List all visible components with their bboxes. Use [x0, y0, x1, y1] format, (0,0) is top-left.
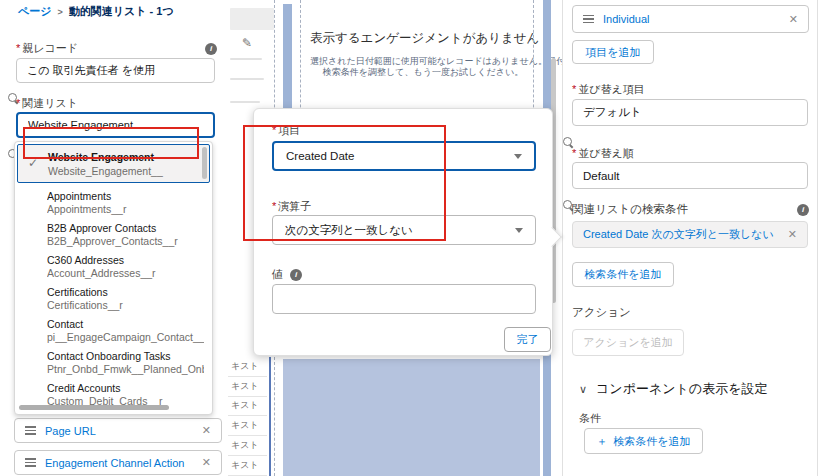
plus-icon: ＋ — [596, 434, 607, 449]
drag-handle-icon[interactable] — [25, 424, 36, 437]
value-input[interactable] — [272, 284, 536, 314]
filter-pill-label[interactable]: Created Date 次の文字列と一致しない — [583, 227, 780, 242]
dropdown-option[interactable]: CertificationsCertifications__r — [15, 286, 212, 312]
required-asterisk: * — [272, 200, 276, 212]
pinned-field-label[interactable]: Engagement Channel Action — [45, 457, 193, 469]
sort-order-field — [572, 162, 808, 189]
add-action-button[interactable]: アクションを追加 — [572, 329, 684, 356]
sort-field — [572, 99, 808, 126]
dropdown-scrollbar-horizontal[interactable] — [19, 405, 169, 410]
sort-order-input[interactable] — [572, 162, 808, 189]
canvas-skeleton-block — [230, 8, 274, 30]
value-label: 値 — [272, 267, 283, 282]
selected-component-highlight — [283, 359, 540, 476]
field-card-individual[interactable]: Individual ✕ — [572, 5, 809, 33]
operator-select[interactable]: 次の文字列と一致しない — [272, 215, 536, 245]
related-list-dropdown: ✓ Website Engagement Website_Engagement_… — [14, 141, 213, 415]
parent-record-label-row: *親レコード i — [16, 41, 217, 56]
info-icon[interactable]: i — [290, 269, 302, 281]
pinned-field-label[interactable]: Page URL — [45, 425, 193, 437]
dropdown-option[interactable]: Contact Onboarding TasksPtnr_Onbd_Fmwk__… — [15, 350, 212, 376]
filter-edit-popover: *項目 Created Date *演算子 次の文字列と一致しない 値 i 完了 — [253, 108, 553, 356]
dropdown-option[interactable]: Custom ActivitiesCustom_Activities__r — [15, 414, 212, 415]
value-label-row: 値 i — [272, 267, 302, 282]
right-settings-panel: Individual ✕ 項目を追加 *並び替え項目 *並び替え順 関連リストの… — [562, 0, 818, 476]
drag-handle-icon[interactable] — [583, 13, 594, 26]
canvas-skeleton-line — [230, 101, 260, 103]
close-icon[interactable]: ✕ — [789, 14, 798, 25]
drag-handle-icon[interactable] — [25, 456, 36, 469]
dropdown-option[interactable]: C360 AddressesAccount_Addresses__r — [15, 254, 212, 280]
dropdown-option[interactable]: B2B Approver ContactsB2B_Approver_Contac… — [15, 222, 212, 248]
required-asterisk: * — [16, 97, 20, 109]
breadcrumb-current: 動的関連リスト - 1つ — [69, 4, 174, 19]
dropdown-option[interactable]: Contactpi__EngageCampaign_Contact__r — [15, 318, 212, 344]
option-api-name: Website_Engagement__ — [48, 164, 163, 178]
required-asterisk: * — [572, 147, 576, 159]
field-row-label: キスト — [228, 397, 267, 417]
empty-state-text-line1: 選択された日付範囲に使用可能なレコードはありません。日付範囲 — [310, 56, 536, 67]
dropdown-option-selected[interactable]: ✓ Website Engagement Website_Engagement_… — [17, 144, 210, 183]
add-filter-button[interactable]: 検索条件を追加 — [572, 262, 674, 287]
edit-pencil-icon[interactable]: ✎ — [242, 36, 252, 50]
dropdown-scrollbar-vertical[interactable] — [202, 147, 207, 179]
required-asterisk: * — [16, 42, 20, 54]
related-list-field — [16, 112, 215, 138]
sort-order-label: *並び替え順 — [572, 146, 634, 161]
parent-record-field — [16, 58, 215, 83]
close-icon[interactable]: ✕ — [202, 457, 211, 468]
field-select[interactable]: Created Date — [272, 141, 536, 171]
filters-label-row: 関連リストの検索条件 i — [572, 202, 809, 217]
sort-field-label: *並び替え項目 — [572, 82, 645, 97]
info-icon[interactable]: i — [205, 43, 217, 55]
field-row-label: キスト — [228, 377, 267, 397]
left-properties-panel: ページ > 動的関連リスト - 1つ *親レコード i *関連リスト ✓ — [0, 0, 228, 476]
field-label: *項目 — [272, 123, 300, 138]
filter-pill[interactable]: Created Date 次の文字列と一致しない ✕ — [572, 221, 808, 248]
required-asterisk: * — [272, 124, 276, 136]
canvas-skeleton-line — [230, 58, 262, 60]
parent-record-input[interactable] — [16, 58, 215, 83]
related-list-search-input[interactable] — [16, 112, 215, 138]
visibility-section-title: コンポーネントの表示を設定 — [596, 380, 767, 398]
dropdown-option[interactable]: AppointmentsAppointments__r — [15, 190, 212, 216]
field-row-list: キスト キスト キスト キスト キスト キスト — [228, 357, 267, 476]
empty-state: 表示するエンゲージメントがありません 選択された日付範囲に使用可能なレコードはあ… — [310, 30, 536, 78]
pinned-field-engagement-channel-action[interactable]: Engagement Channel Action ✕ — [14, 450, 222, 475]
breadcrumb-separator-icon: > — [58, 7, 63, 17]
add-field-button[interactable]: 項目を追加 — [572, 40, 654, 64]
close-icon[interactable]: ✕ — [788, 229, 797, 240]
field-row-label: キスト — [228, 456, 267, 476]
operator-select-value: 次の文字列と一致しない — [285, 223, 413, 238]
done-button[interactable]: 完了 — [504, 327, 551, 352]
required-asterisk: * — [572, 83, 576, 95]
add-condition-button[interactable]: ＋ 検索条件を追加 — [584, 428, 703, 454]
value-field — [272, 284, 536, 314]
actions-section-label: アクション — [572, 305, 631, 320]
field-select-value: Created Date — [286, 150, 354, 162]
breadcrumb: ページ > 動的関連リスト - 1つ — [18, 4, 174, 19]
chevron-down-icon — [515, 228, 523, 233]
chevron-down-icon: ∨ — [579, 383, 587, 396]
chevron-down-icon — [514, 154, 522, 159]
visibility-section-header[interactable]: ∨ コンポーネントの表示を設定 — [579, 380, 768, 398]
pinned-field-page-url[interactable]: Page URL ✕ — [14, 418, 222, 443]
conditions-label: 条件 — [579, 411, 601, 426]
field-row-label: キスト — [228, 357, 267, 377]
close-icon[interactable]: ✕ — [202, 425, 211, 436]
selected-component-edge — [269, 357, 271, 476]
parent-record-label: *親レコード — [16, 41, 78, 56]
breadcrumb-page-link[interactable]: ページ — [18, 4, 52, 19]
check-icon: ✓ — [28, 156, 38, 170]
option-title: Website Engagement — [48, 150, 163, 164]
related-list-label: *関連リスト — [16, 96, 78, 111]
info-icon[interactable]: i — [797, 204, 809, 216]
operator-label: *演算子 — [272, 199, 311, 214]
related-list-filters-label: 関連リストの検索条件 — [572, 202, 688, 217]
sort-field-input[interactable] — [572, 99, 808, 126]
canvas-skeleton-line — [230, 78, 264, 80]
component-boundary — [274, 357, 275, 476]
app-builder-screen: ✎ 表示するエンゲージメントがありません 選択された日付範囲に使用可能なレコード… — [0, 0, 826, 476]
field-card-label[interactable]: Individual — [603, 13, 780, 25]
field-row-label: キスト — [228, 436, 267, 456]
